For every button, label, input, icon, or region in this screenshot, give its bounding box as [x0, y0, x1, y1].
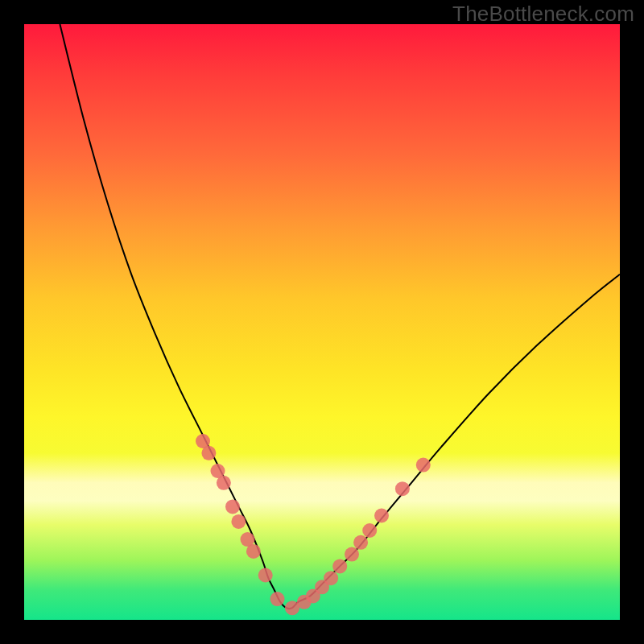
marker-dot [246, 544, 261, 559]
marker-dot [353, 535, 368, 550]
plot-area [24, 24, 620, 620]
marker-dot [332, 559, 347, 573]
curve-layer [60, 24, 620, 609]
marker-dot [225, 499, 240, 514]
marker-dot [231, 514, 246, 529]
chart-frame: TheBottleneck.com [0, 0, 644, 644]
marker-dot [324, 571, 338, 585]
marker-dot [416, 458, 431, 473]
marker-dot [374, 509, 389, 523]
bottleneck-curve [60, 24, 620, 609]
marker-dot [270, 592, 285, 606]
marker-layer [196, 434, 431, 615]
marker-dot [395, 481, 410, 496]
marker-dot [258, 568, 273, 583]
chart-svg [24, 24, 620, 620]
marker-dot [345, 547, 359, 562]
watermark-text: TheBottleneck.com [452, 2, 634, 27]
marker-dot [217, 476, 231, 490]
marker-dot [362, 523, 377, 538]
marker-dot [201, 446, 216, 460]
